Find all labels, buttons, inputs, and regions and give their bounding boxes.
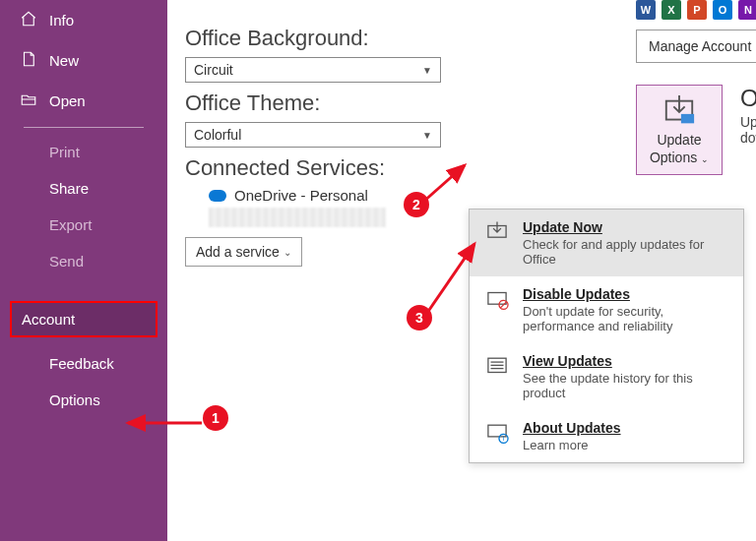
- svg-rect-1: [681, 114, 694, 123]
- onedrive-cloud-icon: [209, 190, 226, 202]
- excel-icon: X: [662, 0, 681, 20]
- menu-item-sub: Learn more: [523, 438, 621, 452]
- update-options-label: Update Options ⌄: [641, 132, 718, 166]
- download-icon: [483, 219, 511, 267]
- onedrive-text: OneDrive - Personal: [234, 187, 368, 204]
- info-icon: i: [483, 420, 511, 452]
- sidebar-item-open[interactable]: Open: [0, 81, 167, 121]
- connected-service-onedrive: OneDrive - Personal: [209, 187, 740, 204]
- disable-icon: [483, 286, 511, 333]
- menu-item-disable-updates[interactable]: Disable Updates Don't update for securit…: [470, 276, 743, 343]
- onenote-icon: N: [738, 0, 756, 20]
- sidebar-item-label: Export: [49, 216, 92, 233]
- office-app-icons: W X P O N P A: [636, 0, 756, 20]
- sidebar-item-new[interactable]: New: [0, 40, 167, 81]
- update-options-menu: Update Now Check for and apply updates f…: [469, 209, 744, 463]
- sidebar-item-label: Feedback: [49, 355, 114, 372]
- office-background-dropdown[interactable]: Circuit ▼: [185, 57, 441, 83]
- menu-item-sub: See the update history for this product: [523, 371, 729, 400]
- sidebar-item-feedback[interactable]: Feedback: [0, 345, 167, 382]
- sidebar-item-label: New: [49, 52, 79, 69]
- menu-item-view-updates[interactable]: View Updates See the update history for …: [470, 343, 743, 410]
- sidebar-item-label: Info: [49, 12, 74, 29]
- menu-item-title: About Updates: [523, 420, 621, 436]
- word-icon: W: [636, 0, 656, 20]
- menu-item-title: Disable Updates: [523, 286, 729, 302]
- sidebar-divider: [24, 127, 144, 128]
- chevron-down-icon: ⌄: [284, 247, 291, 258]
- sidebar-item-label: Options: [49, 391, 100, 408]
- chevron-down-icon: ⌄: [701, 154, 709, 164]
- office-updates-heading: Office Updates: [740, 85, 756, 112]
- sidebar-item-label: Account: [22, 311, 75, 328]
- sidebar-item-export[interactable]: Export: [0, 207, 167, 243]
- sidebar-item-share[interactable]: Share: [0, 170, 167, 207]
- sidebar-item-account[interactable]: Account: [10, 301, 158, 337]
- office-updates-subtext: Updates are automatically downloaded and…: [740, 114, 756, 146]
- menu-item-title: View Updates: [523, 353, 729, 369]
- redacted-email: [209, 208, 386, 227]
- sidebar-item-info[interactable]: Info: [0, 0, 167, 40]
- add-service-button[interactable]: Add a service ⌄: [185, 237, 302, 267]
- svg-rect-3: [488, 293, 506, 305]
- menu-item-sub: Don't update for security, performance a…: [523, 304, 729, 333]
- page-icon: [20, 50, 37, 71]
- list-icon: [483, 353, 511, 400]
- house-icon: [20, 10, 37, 30]
- powerpoint-icon: P: [687, 0, 707, 20]
- menu-item-update-now[interactable]: Update Now Check for and apply updates f…: [470, 210, 743, 276]
- menu-item-about-updates[interactable]: i About Updates Learn more: [470, 410, 743, 462]
- dropdown-value: Circuit: [194, 62, 233, 78]
- menu-item-title: Update Now: [523, 219, 729, 235]
- sidebar-item-send[interactable]: Send: [0, 243, 167, 279]
- sidebar-item-label: Share: [49, 180, 89, 197]
- menu-item-sub: Check for and apply updates for Office: [523, 237, 729, 267]
- add-service-label: Add a service: [196, 244, 280, 260]
- sidebar-item-label: Open: [49, 92, 86, 109]
- sidebar-item-label: Send: [49, 253, 84, 270]
- backstage-sidebar: Info New Open Print Share Export Send Ac…: [0, 0, 167, 541]
- chevron-down-icon: ▼: [422, 130, 432, 141]
- sidebar-item-label: Print: [49, 144, 80, 160]
- right-column: W X P O N P A Manage Account Change Lice…: [636, 0, 756, 175]
- chevron-down-icon: ▼: [422, 65, 432, 76]
- download-monitor-icon: [661, 95, 698, 129]
- update-options-button[interactable]: Update Options ⌄: [636, 85, 723, 175]
- sidebar-item-options[interactable]: Options: [0, 382, 167, 418]
- folder-open-icon: [20, 90, 37, 111]
- outlook-icon: O: [713, 0, 732, 20]
- svg-line-5: [500, 302, 507, 309]
- manage-account-button[interactable]: Manage Account: [636, 30, 756, 63]
- office-theme-dropdown[interactable]: Colorful ▼: [185, 122, 441, 148]
- svg-text:i: i: [503, 435, 504, 442]
- sidebar-item-print[interactable]: Print: [0, 134, 167, 170]
- dropdown-value: Colorful: [194, 127, 241, 143]
